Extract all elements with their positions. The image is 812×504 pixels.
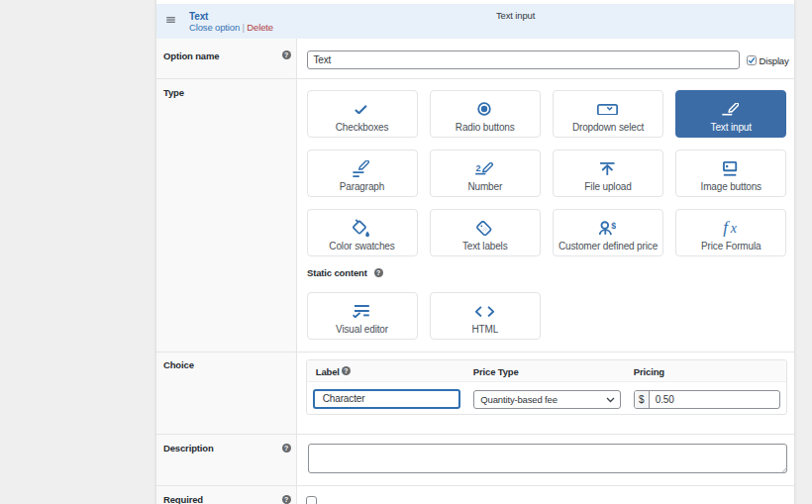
svg-text:$: $ xyxy=(611,221,616,231)
svg-text:x: x xyxy=(730,220,738,235)
svg-text:2: 2 xyxy=(476,163,481,173)
svg-text:f: f xyxy=(723,220,730,237)
